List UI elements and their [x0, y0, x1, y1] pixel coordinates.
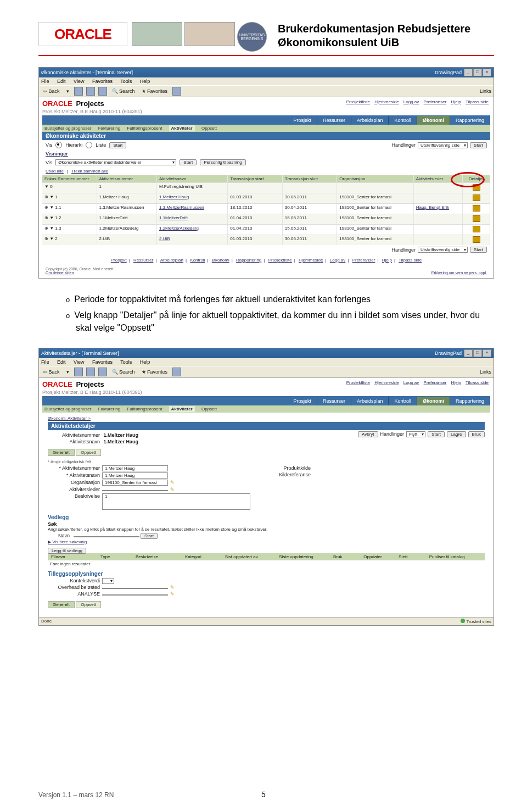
col-transaksjon-start[interactable]: Transaksjon start — [228, 175, 283, 182]
menu-favorites[interactable]: Favorites — [92, 359, 113, 365]
handlinger-start-bottom[interactable]: Start — [470, 247, 487, 253]
col-transaksjon-slutt[interactable]: Transaksjon slutt — [283, 175, 338, 182]
col-aktivitetsnummer[interactable]: Aktivitetsnummer — [97, 175, 157, 182]
tab-generelt[interactable]: Generelt — [48, 449, 75, 456]
lookup-icon[interactable]: ✎ — [170, 591, 175, 597]
bottom-tab-generelt[interactable]: Generelt — [48, 601, 75, 608]
tab-oppsett[interactable]: Oppsett — [76, 449, 101, 456]
menu-view[interactable]: View — [74, 359, 84, 365]
tab-okonomi[interactable]: Økonomi — [417, 116, 450, 125]
subtab-fakturering[interactable]: Fakturering — [98, 126, 120, 131]
breadcrumb[interactable]: Økonomi: Aktiviteter > — [48, 416, 485, 421]
cell-aled[interactable] — [414, 214, 463, 224]
minimize-icon[interactable]: _ — [464, 69, 473, 76]
col-aktivitetsnavn[interactable]: Aktivitetsnavn — [157, 175, 228, 182]
cell-anavn-link[interactable]: 1.1MeltzerDrift — [157, 214, 228, 224]
lookup-icon[interactable]: ✎ — [170, 487, 175, 492]
home-icon[interactable] — [98, 368, 107, 376]
subtab-fullforing[interactable]: Fullføringsprosent — [127, 126, 162, 131]
menu-help[interactable]: Help — [140, 359, 150, 365]
lookup-icon[interactable]: ✎ — [170, 585, 175, 590]
input-aktivitetsnummer[interactable]: 1.Meltzer Haug — [102, 465, 168, 471]
input-aktivitetsnavn[interactable]: 1.Meltzer Haug — [102, 472, 168, 479]
personlig-button[interactable]: Personlig tilpasning — [200, 159, 245, 165]
menu-edit[interactable]: Edit — [57, 79, 66, 84]
details-icon[interactable] — [473, 205, 480, 212]
sok-start-button[interactable]: Start — [141, 533, 158, 539]
search-button[interactable]: 🔍 Search — [110, 369, 137, 375]
favorites-button[interactable]: ★ Favorites — [140, 88, 170, 94]
input-analyse[interactable] — [102, 594, 168, 596]
tab-prosjekt[interactable]: Prosjekt — [288, 397, 317, 405]
tab-kontroll[interactable]: Kontroll — [389, 116, 417, 125]
tab-arbeidsplan[interactable]: Arbeidsplan — [351, 397, 389, 405]
menu-favorites[interactable]: Favorites — [92, 79, 113, 84]
tab-prosjekt[interactable]: Prosjekt — [288, 116, 317, 125]
menu-view[interactable]: View — [74, 79, 84, 84]
back-button[interactable]: ⇦ Back — [41, 369, 61, 375]
details-icon[interactable] — [473, 194, 480, 201]
trekk-sammen-link[interactable]: Trekk sammen alle — [71, 169, 108, 174]
search-button[interactable]: 🔍 Search — [110, 88, 137, 94]
forward-button[interactable]: ▾ — [65, 369, 71, 375]
subtab-oppsett[interactable]: Oppsett — [201, 126, 217, 131]
tab-rapportering[interactable]: Rapportering — [450, 397, 490, 405]
menu-help[interactable]: Help — [140, 79, 150, 84]
handlinger-start-button[interactable]: Start — [470, 142, 487, 148]
subtab-aktiviteter[interactable]: Aktiviteter — [169, 125, 195, 131]
erklaring-link[interactable]: Erklæring om vern av pers. oppl. — [431, 271, 487, 275]
stop-icon[interactable] — [74, 87, 83, 96]
menu-file[interactable]: File — [41, 79, 49, 84]
input-overhead[interactable] — [102, 588, 168, 589]
menu-tools[interactable]: Tools — [120, 359, 132, 365]
tab-ressurser[interactable]: Ressurser — [317, 397, 351, 405]
link-hjemmeside[interactable]: Hjemmeside — [374, 99, 399, 104]
close-icon[interactable]: × — [483, 69, 491, 76]
home-icon[interactable] — [98, 87, 107, 96]
radio-liste[interactable] — [86, 142, 92, 148]
cell-aled[interactable] — [414, 225, 463, 235]
favorites-button[interactable]: ★ Favorites — [140, 369, 170, 375]
avbryt-button[interactable]: Avbryt — [358, 431, 378, 437]
maximize-icon[interactable]: □ — [473, 349, 482, 357]
start-button[interactable]: Start — [109, 142, 126, 148]
menu-edit[interactable]: Edit — [57, 359, 66, 365]
input-navn[interactable] — [74, 536, 139, 537]
handlinger-select-2[interactable]: Flytt — [406, 431, 425, 437]
tab-ressurser[interactable]: Ressurser — [317, 116, 351, 125]
vis-start-button[interactable]: Start — [180, 159, 197, 165]
link-tilpass[interactable]: Tilpass side — [466, 99, 489, 104]
cell-anavn-link[interactable]: 1.3.MeltzerRasmussen — [157, 204, 228, 214]
col-fokus[interactable]: Fokus Rammenummer — [42, 175, 97, 182]
link-logg-av[interactable]: Logg av — [403, 99, 419, 104]
bottom-tab-oppsett[interactable]: Oppsett — [76, 601, 101, 608]
minimize-icon[interactable]: _ — [464, 349, 473, 357]
kontekst-select[interactable] — [102, 578, 114, 584]
lookup-icon[interactable]: ✎ — [170, 480, 175, 485]
menu-file[interactable]: File — [41, 359, 49, 365]
cell-anavn-link[interactable]: 2.UiB — [157, 235, 228, 245]
subtab-budsjetter[interactable]: Budsjetter og prognoser — [44, 126, 91, 131]
radio-hierarki[interactable] — [55, 142, 62, 148]
tab-kontroll[interactable]: Kontroll — [389, 397, 417, 405]
maximize-icon[interactable]: □ — [473, 69, 482, 76]
link-prosjektliste[interactable]: Prosjektliste — [346, 99, 370, 104]
forward-button[interactable]: ▾ — [65, 88, 71, 94]
stop-icon[interactable] — [74, 368, 83, 376]
utvid-alle-link[interactable]: Utvid alle — [46, 169, 64, 174]
handlinger-select[interactable]: Utskriftsvennlig side — [418, 142, 468, 148]
input-aktivitetsleder[interactable] — [102, 490, 168, 491]
details-icon[interactable] — [473, 236, 480, 243]
close-icon[interactable]: × — [483, 349, 491, 357]
history-icon[interactable] — [172, 87, 181, 96]
details-icon[interactable] — [473, 226, 480, 232]
link-hjelp[interactable]: Hjelp — [451, 99, 461, 104]
link-preferanser[interactable]: Preferanser — [424, 99, 447, 104]
start-button-2[interactable]: Start — [428, 431, 445, 437]
tab-arbeidsplan[interactable]: Arbeidsplan — [351, 116, 389, 125]
lagre-button[interactable]: Lagre — [447, 431, 466, 437]
vis-select[interactable]: Økonomiske aktiviteter med datointervall… — [55, 159, 176, 165]
input-beskrivelse[interactable]: 1 — [102, 493, 250, 510]
om-siden-link[interactable]: Om denne siden — [46, 271, 74, 275]
cell-anavn-link[interactable]: 1.2MeltzerAskeBerg — [157, 225, 228, 235]
